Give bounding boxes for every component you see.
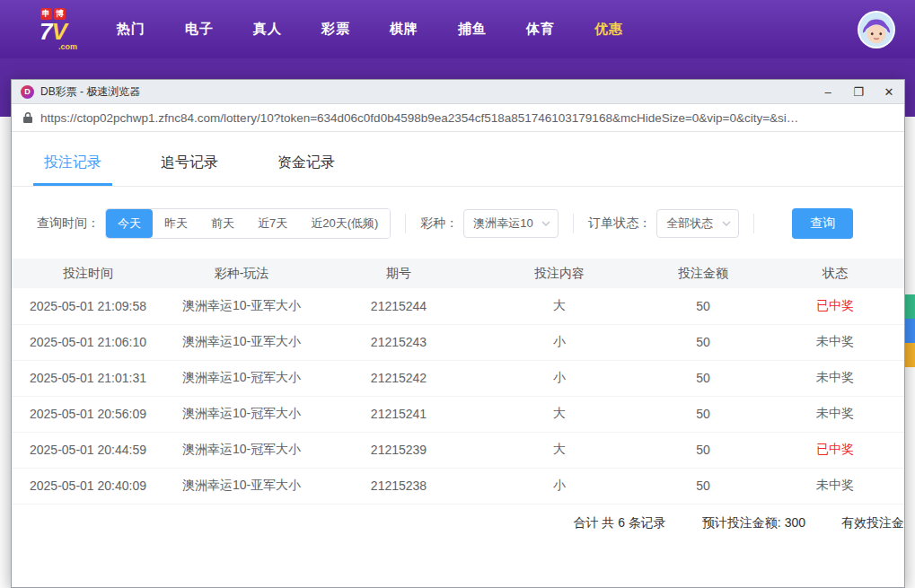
filter-bar: 查询时间： 今天昨天前天近7天近20天(低频) 彩种： 澳洲幸运10 订单状态：…: [12, 208, 904, 239]
bet-table-body: 2025-05-01 21:09:58澳洲幸运10-亚军大小21215244大5…: [12, 288, 904, 504]
chevron-down-icon: [722, 219, 731, 228]
time-filter-option[interactable]: 前天: [199, 209, 246, 238]
cell-time: 2025-05-01 20:56:09: [12, 396, 164, 432]
lock-icon: [22, 111, 33, 124]
maximize-button[interactable]: ❐: [843, 80, 874, 104]
lottery-select[interactable]: 澳洲幸运10: [463, 209, 559, 238]
cell-content: 大: [479, 288, 640, 324]
cell-issue: 21215244: [319, 288, 479, 324]
app-icon: D: [21, 85, 34, 99]
cell-content: 小: [479, 324, 640, 360]
status-filter-label: 订单状态：: [588, 215, 651, 232]
cell-amount: 50: [640, 360, 766, 396]
column-header: 投注内容: [479, 259, 640, 288]
cell-status: 未中奖: [766, 324, 904, 360]
order-status-value: 全部状态: [666, 215, 713, 232]
cell-amount: 50: [640, 324, 766, 360]
url-text[interactable]: https://ctop02pchwp1.zfnc84.com/lottery/…: [40, 111, 798, 125]
side-widget-green: [905, 294, 915, 319]
cell-game: 澳洲幸运10-冠军大小: [164, 360, 319, 396]
site-logo[interactable]: 申 博 7V .com: [25, 8, 81, 50]
cell-game: 澳洲幸运10-亚军大小: [164, 288, 319, 324]
filter-divider: [753, 214, 754, 233]
filter-divider: [573, 214, 574, 233]
column-header: 投注金额: [640, 259, 766, 288]
nav-item-slots[interactable]: 电子: [165, 0, 233, 58]
cell-status: 已中奖: [766, 432, 904, 468]
cell-time: 2025-05-01 20:44:59: [12, 432, 164, 468]
column-header: 期号: [319, 259, 479, 288]
side-widget-orange: [905, 343, 915, 367]
tab-fund-records[interactable]: 资金记录: [267, 141, 346, 186]
close-button[interactable]: ✕: [874, 80, 904, 104]
nav-item-sports[interactable]: 体育: [506, 0, 575, 58]
nav-item-live[interactable]: 真人: [233, 0, 302, 58]
time-filter-option[interactable]: 近20天(低频): [299, 209, 390, 238]
column-header: 投注时间: [12, 259, 164, 288]
table-row: 2025-05-01 20:40:09澳洲幸运10-亚军大小21215238小5…: [12, 468, 904, 504]
minimize-button[interactable]: –: [813, 80, 843, 104]
cell-time: 2025-05-01 20:40:09: [12, 468, 164, 504]
cell-issue: 21215241: [319, 396, 479, 432]
cell-issue: 21215242: [319, 360, 479, 396]
nav-item-lottery[interactable]: 彩票: [302, 0, 370, 58]
cell-amount: 50: [640, 468, 766, 504]
url-bar[interactable]: https://ctop02pchwp1.zfnc84.com/lottery/…: [12, 104, 904, 132]
time-filter-option[interactable]: 昨天: [153, 209, 199, 238]
record-tabs: 投注记录 追号记录 资金记录: [12, 141, 904, 187]
site-topbar: 申 博 7V .com 热门 电子 真人 彩票 棋牌 捕鱼 体育 优惠: [0, 0, 915, 58]
cell-status: 未中奖: [766, 468, 904, 504]
window-controls: – ❐ ✕: [813, 80, 904, 104]
table-row: 2025-05-01 21:06:10澳洲幸运10-亚军大小21215243小5…: [12, 324, 904, 360]
column-header: 状态: [766, 259, 904, 288]
time-filter-option[interactable]: 今天: [106, 209, 153, 238]
cell-amount: 50: [640, 396, 766, 432]
summary-bar: 合计 共 6 条记录 预计投注金额: 300 有效投注金: [12, 505, 904, 542]
side-widget-blue: [905, 319, 915, 343]
lottery-select-value: 澳洲幸运10: [473, 215, 532, 232]
cell-game: 澳洲幸运10-冠军大小: [164, 432, 319, 468]
summary-expected-amount: 预计投注金额: 300: [702, 515, 805, 531]
summary-total: 合计 共 6 条记录: [573, 515, 665, 531]
cell-issue: 21215239: [319, 432, 479, 468]
cell-amount: 50: [640, 432, 766, 468]
column-header: 彩种-玩法: [164, 259, 319, 288]
main-nav: 热门 电子 真人 彩票 棋牌 捕鱼 体育 优惠: [97, 0, 643, 58]
table-row: 2025-05-01 20:44:59澳洲幸运10-冠军大小21215239大5…: [12, 432, 904, 468]
order-status-select[interactable]: 全部状态: [656, 209, 739, 238]
cell-amount: 50: [640, 288, 766, 324]
cell-content: 小: [479, 468, 640, 504]
cell-time: 2025-05-01 21:06:10: [12, 324, 164, 360]
cell-time: 2025-05-01 21:01:31: [12, 360, 164, 396]
time-filter-label: 查询时间：: [37, 215, 100, 232]
table-row: 2025-05-01 20:56:09澳洲幸运10-冠军大小21215241大5…: [12, 396, 904, 432]
cell-issue: 21215238: [319, 468, 479, 504]
tab-bet-records[interactable]: 投注记录: [33, 141, 112, 186]
time-filter-group: 今天昨天前天近7天近20天(低频): [105, 208, 391, 239]
nav-item-fishing[interactable]: 捕鱼: [438, 0, 506, 58]
tab-chase-records[interactable]: 追号记录: [150, 141, 229, 186]
floating-side-widget: [905, 294, 915, 367]
table-header: 投注时间彩种-玩法期号投注内容投注金额状态: [12, 259, 904, 288]
cell-content: 小: [479, 360, 640, 396]
time-filter-option[interactable]: 近7天: [246, 209, 299, 238]
table-header-row: 投注时间彩种-玩法期号投注内容投注金额状态: [12, 259, 904, 288]
cell-time: 2025-05-01 21:09:58: [12, 288, 164, 324]
browser-window: D DB彩票 - 极速浏览器 – ❐ ✕ https://ctop02pchwp…: [11, 79, 905, 588]
avatar-image: [859, 13, 893, 47]
user-avatar[interactable]: [858, 11, 895, 48]
cell-content: 大: [479, 396, 640, 432]
window-titlebar[interactable]: D DB彩票 - 极速浏览器 – ❐ ✕: [12, 80, 904, 104]
cell-game: 澳洲幸运10-亚军大小: [164, 468, 319, 504]
nav-item-promotions[interactable]: 优惠: [575, 0, 643, 58]
table-row: 2025-05-01 21:01:31澳洲幸运10-冠军大小21215242小5…: [12, 360, 904, 396]
nav-item-hot[interactable]: 热门: [97, 0, 165, 58]
nav-item-board-games[interactable]: 棋牌: [370, 0, 438, 58]
logo-main-text: 7V: [40, 20, 66, 43]
summary-valid-amount: 有效投注金: [841, 515, 904, 531]
cell-content: 大: [479, 432, 640, 468]
lottery-app-content: 投注记录 追号记录 资金记录 查询时间： 今天昨天前天近7天近20天(低频) 彩…: [12, 132, 904, 587]
bet-records-table: 投注时间彩种-玩法期号投注内容投注金额状态 2025-05-01 21:09:5…: [12, 259, 904, 505]
cell-status: 未中奖: [766, 360, 904, 396]
query-button[interactable]: 查询: [792, 208, 853, 239]
